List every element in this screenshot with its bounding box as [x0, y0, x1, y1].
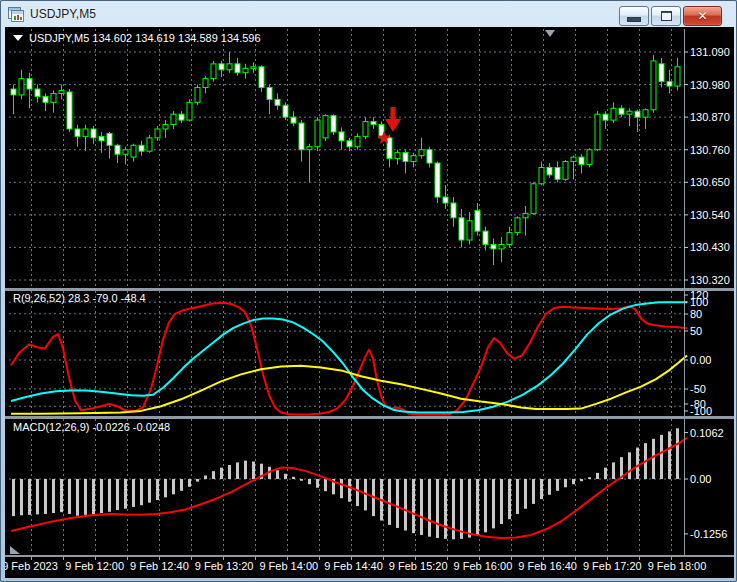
candle-body [467, 221, 472, 240]
candle-body [515, 218, 520, 233]
maximize-icon [661, 11, 672, 21]
price-axis-label: 130.320 [690, 274, 730, 286]
macd-axis-label: 0.00 [690, 473, 711, 485]
candlestick-series[interactable] [11, 52, 680, 265]
candle-body [251, 67, 256, 69]
candle-body [371, 122, 376, 125]
time-axis[interactable]: 9 Feb 20239 Feb 12:009 Feb 12:409 Feb 13… [5, 557, 706, 572]
time-axis-label: 9 Feb 12:00 [65, 560, 124, 572]
candle-body [563, 162, 568, 180]
candle-body [67, 92, 72, 129]
candle-body [419, 150, 424, 156]
candle-body [227, 64, 232, 70]
macd-axis[interactable]: 0.10620.00-0.1256 [684, 427, 727, 540]
candle-body [659, 64, 664, 82]
chart-canvas[interactable]: 131.090130.980130.870130.760130.650130.5… [5, 27, 734, 578]
candle-body [131, 145, 136, 157]
arrow-head [385, 119, 401, 132]
time-axis-label: 9 Feb 16:00 [454, 560, 513, 572]
main-chart-header: USDJPY,M5 134.602 134.619 134.589 134.59… [29, 32, 261, 44]
chart-window-icon [8, 7, 24, 22]
candle-body [459, 218, 464, 240]
candle-body [35, 89, 40, 96]
candle-body [523, 213, 528, 217]
candle-body [139, 145, 144, 151]
candle-body [83, 129, 88, 136]
candle-body [587, 150, 592, 165]
macd-signal-line [11, 438, 687, 538]
candle-body [307, 147, 312, 150]
candle-body [355, 136, 360, 146]
panel-separator[interactable] [5, 288, 734, 291]
time-axis-label: 9 Feb 2023 [5, 560, 58, 572]
candle-body [403, 153, 408, 162]
candle-body [571, 157, 576, 161]
macd-axis-label: 0.1062 [690, 427, 724, 439]
candle-body [155, 129, 160, 138]
time-axis-label: 9 Feb 18:00 [648, 560, 707, 572]
candle-body [531, 184, 536, 214]
oscillator-line-cyan [11, 302, 687, 412]
price-axis[interactable]: 131.090130.980130.870130.760130.650130.5… [684, 46, 730, 286]
candle-body [43, 96, 48, 102]
candle-body [667, 82, 672, 86]
oscillator-axis-label: 100 [690, 296, 708, 308]
macd-histogram [14, 428, 678, 539]
candle-body [339, 132, 344, 141]
minimize-icon [627, 17, 641, 22]
candle-body [259, 67, 264, 88]
panel-separator[interactable] [5, 555, 734, 557]
arrow-shaft [391, 107, 396, 120]
candle-body [483, 231, 488, 244]
maximize-button[interactable] [651, 6, 681, 26]
price-axis-label: 130.650 [690, 176, 730, 188]
candle-body [619, 108, 624, 114]
close-button[interactable]: ✕ [683, 6, 722, 26]
candle-body [363, 122, 368, 137]
chart-shift-marker [545, 30, 555, 37]
oscillator-axis-label: -50 [690, 383, 706, 395]
candle-body [267, 88, 272, 100]
time-axis-label: 9 Feb 12:40 [130, 560, 189, 572]
price-axis-label: 130.870 [690, 111, 730, 123]
candle-body [443, 197, 448, 203]
time-axis-label: 9 Feb 14:40 [324, 560, 383, 572]
candle-body [435, 163, 440, 197]
candle-body [115, 145, 120, 154]
price-axis-label: 130.980 [690, 79, 730, 91]
macd-window-label: MACD(12,26,9) -0.0226 -0.0248 [13, 421, 170, 433]
candle-body [395, 153, 400, 159]
candle-body [59, 90, 64, 93]
candle-body [547, 167, 552, 174]
candle-body [235, 64, 240, 73]
candle-body [99, 136, 104, 140]
price-axis-label: 130.540 [690, 209, 730, 221]
candle-body [195, 88, 200, 103]
chart-dropdown-icon[interactable] [13, 35, 23, 41]
candle-body [107, 133, 112, 145]
candle-body [555, 167, 560, 179]
candle-body [611, 108, 616, 120]
oscillator-line-red [11, 303, 687, 415]
candle-body [27, 79, 32, 89]
indicator-window-label: R(9,26,52) 28.3 -79.0 -48.4 [13, 292, 146, 304]
title-bar[interactable]: USDJPY,M5 ✕ [1, 1, 736, 27]
chart-client-area[interactable]: 131.090130.980130.870130.760130.650130.5… [5, 27, 734, 578]
minimize-button[interactable] [619, 6, 649, 26]
oscillator-axis[interactable]: 12010080500.00-50-80-100 [684, 289, 712, 417]
panel-separator[interactable] [5, 416, 734, 419]
candle-body [19, 79, 24, 95]
candle-body [627, 111, 632, 114]
candle-body [75, 129, 80, 136]
history-corner-marker [10, 546, 20, 554]
price-axis-label: 130.430 [690, 241, 730, 253]
candle-body [451, 203, 456, 218]
candle-body [299, 123, 304, 150]
candle-body [203, 79, 208, 88]
candle-body [123, 150, 128, 154]
candle-body [675, 67, 680, 86]
candle-body [595, 114, 600, 150]
candle-body [11, 89, 16, 95]
candle-body [347, 141, 352, 147]
price-axis-label: 131.090 [690, 46, 730, 58]
